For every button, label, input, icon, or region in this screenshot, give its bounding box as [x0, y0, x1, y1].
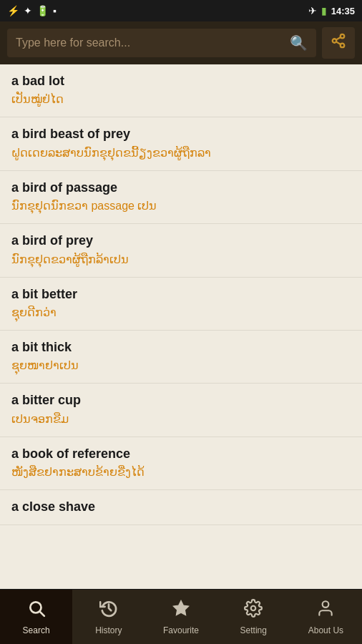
dict-entry-english: a bad lot	[11, 73, 351, 89]
dict-entry-lao: ເປັນໝູ່ຢ່ໄດ	[11, 91, 351, 108]
dict-entry[interactable]: a book of referenceໜັງສືຂຢາກະສາບຂ້າຍຂີ່ງ…	[0, 437, 362, 490]
dictionary-list: a bad lotເປັນໝູ່ຢ່ໄດa bird beast of prey…	[0, 64, 362, 589]
svg-point-9	[323, 601, 329, 608]
dict-entry-english: a bird of passage	[11, 180, 351, 196]
favourite-icon	[172, 599, 190, 623]
nav-label-about: About Us	[308, 625, 343, 635]
dict-entry[interactable]: a bird of passageນົກຂຸຢຸດນົກຂວາ passage …	[0, 171, 362, 224]
bottom-nav: SearchHistoryFavouriteSettingAbout Us	[0, 589, 362, 644]
dict-entry-lao: ຊຸຍດີກວ່າ	[11, 304, 351, 321]
search-icon[interactable]	[290, 34, 308, 52]
dict-entry-lao: ຝູດເດຍລະສາບນົກຂຸຢຸດຂນີ້ຽງຂວາຜູ້ຖືກລາ	[11, 145, 351, 162]
dict-entry[interactable]: a bitter cupເປນຈອກຂືມ	[0, 384, 362, 436]
history-icon	[99, 599, 118, 623]
setting-icon	[244, 599, 263, 623]
share-button[interactable]	[322, 27, 355, 59]
dict-entry-lao: ເປນຈອກຂືມ	[11, 411, 351, 428]
dict-entry-english: a bird beast of prey	[11, 126, 351, 142]
search-input-wrapper[interactable]	[7, 29, 316, 57]
nav-label-history: History	[95, 625, 122, 635]
status-left-icons: ⚡ ✦ 🔋 ▪	[7, 5, 57, 16]
nav-label-search: Search	[23, 625, 50, 635]
dict-entry[interactable]: a bit thickຊຸຍໜາຢາເປນ	[0, 331, 362, 384]
time-display: 14:35	[331, 6, 355, 16]
battery-icon: ▮	[321, 5, 327, 16]
svg-line-4	[336, 37, 341, 40]
dict-entry-english: a bird of prey	[11, 233, 351, 249]
status-right: ✈ ▮ 14:35	[308, 5, 355, 16]
dict-entry-lao: ນົກຂຸຢຸດນົກຂວາ passage ເປນ	[11, 197, 351, 215]
svg-point-8	[251, 605, 256, 610]
airplane-icon: ✈	[308, 5, 317, 16]
nav-item-setting[interactable]: Setting	[217, 590, 290, 644]
nav-item-favourite[interactable]: Favourite	[145, 590, 217, 644]
nav-item-search[interactable]: Search	[0, 590, 72, 644]
dict-entry[interactable]: a bird of preyນົກຂຸຢຸດຂວາຜູ້ຖືກລ້າເປນ	[0, 224, 362, 277]
dict-entry-english: a bit thick	[11, 339, 351, 356]
svg-line-3	[336, 42, 341, 44]
dict-entry[interactable]: a bit betterຊຸຍດີກວ່າ	[0, 278, 362, 331]
svg-line-6	[39, 611, 44, 615]
sd-card-icon: ▪	[53, 5, 57, 16]
nav-item-about[interactable]: About Us	[290, 590, 362, 644]
dict-entry-english: a bitter cup	[11, 392, 351, 409]
about-icon	[316, 599, 335, 623]
dict-entry-english: a book of reference	[11, 446, 351, 462]
dropbox-icon: ✦	[24, 5, 32, 16]
dict-entry-lao: ຊຸຍໜາຢາເປນ	[11, 357, 351, 374]
dict-entry-lao: ນົກຂຸຢຸດຂວາຜູ້ຖືກລ້າເປນ	[11, 251, 351, 268]
share-icon	[331, 33, 346, 53]
dict-entry[interactable]: a bird beast of preyຝູດເດຍລະສາບນົກຂຸຢຸດຂ…	[0, 117, 362, 170]
dict-entry-english: a bit better	[11, 286, 351, 303]
search-icon	[27, 599, 46, 623]
usb-icon: ⚡	[7, 5, 19, 16]
dict-entry[interactable]: a bad lotເປັນໝູ່ຢ່ໄດ	[0, 64, 362, 117]
battery-charging-icon: 🔋	[36, 5, 49, 16]
search-bar	[0, 21, 362, 64]
dict-entry-lao: ໜັງສືຂຢາກະສາບຂ້າຍຂີ່ງໄດ້	[11, 464, 351, 481]
svg-marker-7	[173, 600, 189, 615]
search-input[interactable]	[16, 36, 284, 49]
nav-label-favourite: Favourite	[163, 625, 199, 635]
status-bar: ⚡ ✦ 🔋 ▪ ✈ ▮ 14:35	[0, 0, 362, 21]
dict-entry[interactable]: a close shave	[0, 490, 362, 525]
dict-entry-english: a close shave	[11, 499, 351, 515]
nav-label-setting: Setting	[240, 625, 267, 635]
nav-item-history[interactable]: History	[72, 590, 145, 644]
